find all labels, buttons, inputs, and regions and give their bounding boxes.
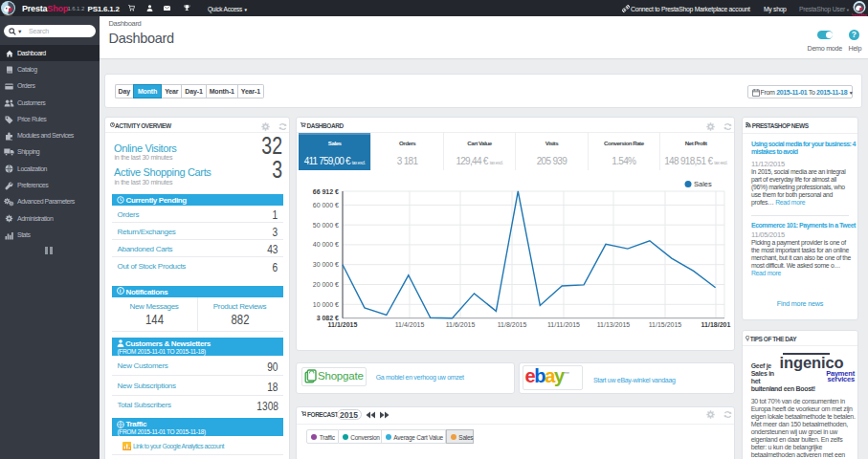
svg-text:11/6/2015: 11/6/2015 xyxy=(446,321,476,328)
svg-text:40 000 €: 40 000 € xyxy=(313,241,339,248)
svg-text:20 000 €: 20 000 € xyxy=(313,281,339,288)
svg-text:11/11/2015: 11/11/2015 xyxy=(547,321,580,328)
svg-text:Sales: Sales xyxy=(694,180,712,188)
svg-text:11/18/201: 11/18/201 xyxy=(701,321,731,328)
svg-text:50 000 €: 50 000 € xyxy=(313,222,339,229)
svg-text:66 912 €: 66 912 € xyxy=(313,188,339,195)
svg-text:11/8/2015: 11/8/2015 xyxy=(498,321,527,328)
svg-text:10 000 €: 10 000 € xyxy=(313,301,339,308)
svg-text:11/15/2015: 11/15/2015 xyxy=(649,321,682,328)
svg-text:11/13/2015: 11/13/2015 xyxy=(597,321,631,328)
svg-text:30 000 €: 30 000 € xyxy=(313,261,339,268)
svg-text:60 000 €: 60 000 € xyxy=(313,202,339,208)
svg-text:11/1/2015: 11/1/2015 xyxy=(328,321,358,328)
svg-text:11/4/2015: 11/4/2015 xyxy=(395,321,425,328)
